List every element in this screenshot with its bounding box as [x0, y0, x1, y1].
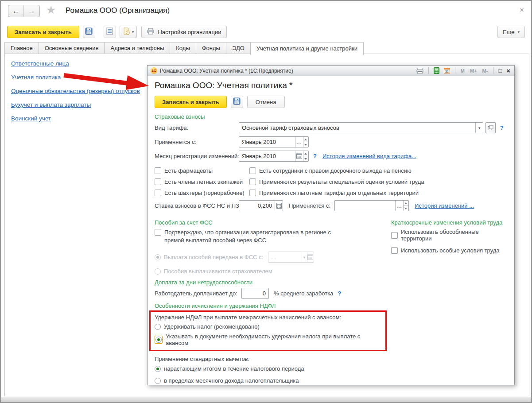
benefits-insurer-radio — [155, 268, 161, 275]
spinner — [303, 137, 308, 147]
confirm-direct-payment-checkbox[interactable] — [155, 229, 161, 236]
radio-label: Указывать в документе необходимость удер… — [166, 333, 382, 346]
confirm-direct-payment-row: Подтверждаю, что организация зарегистрир… — [155, 229, 391, 244]
calculator-icon[interactable] — [275, 201, 283, 211]
spin-up-button[interactable] — [303, 151, 308, 156]
dialog-save-and-close-button[interactable]: Записать и закрыть — [155, 96, 227, 108]
sidebar-link-military-records[interactable]: Воинский учет — [11, 115, 140, 123]
fss-history-link[interactable]: История изменений ... — [415, 202, 474, 209]
help-icon[interactable]: ? — [338, 290, 341, 297]
more-button[interactable]: Еще ▾ — [497, 26, 525, 38]
memory-m-minus-button[interactable]: M- — [481, 68, 489, 74]
dialog-titlebar: 1С Ромашка ООО: Учетная политика * (1С:П… — [148, 66, 514, 76]
checkbox-label: Использовать обособленные территории — [401, 229, 507, 242]
checkbox-label: Применяются льготные тарифы для отдельны… — [259, 190, 419, 196]
tab-funds[interactable]: Фонды — [196, 42, 226, 54]
calculator-button[interactable] — [433, 67, 440, 74]
sick-pay-input[interactable] — [242, 288, 268, 298]
save-button[interactable] — [83, 26, 95, 38]
back-button[interactable]: ← — [8, 5, 24, 17]
save-and-close-button[interactable]: Записать и закрыть — [7, 26, 79, 38]
cancel-button[interactable]: Отмена — [247, 96, 285, 108]
monthly-income-radio[interactable] — [155, 378, 161, 384]
sidebar-link-responsible-persons[interactable]: Ответственные лица — [11, 60, 140, 68]
forward-icon: → — [28, 7, 35, 15]
cumulative-radio-row: нарастающим итогом в течение налогового … — [155, 365, 507, 372]
checkbox-row-flight-crews: Есть члены летных экипажей — [155, 178, 249, 185]
document-history-button[interactable]: ▾ — [120, 26, 137, 38]
spin-down-button[interactable] — [404, 206, 408, 211]
sidebar-link-payroll-accounting[interactable]: Бухучет и выплата зарплаты — [11, 101, 140, 109]
tab-edo[interactable]: ЭДО — [226, 42, 250, 54]
org-settings-button[interactable]: Настройки организации — [141, 26, 227, 38]
favorite-star-icon[interactable]: ★ — [46, 4, 56, 16]
separate-territories-row: Использовать обособленные территории — [391, 229, 507, 242]
fss-rate-input[interactable] — [239, 201, 275, 211]
ellipsis-button[interactable]: ... — [295, 137, 303, 147]
benefits-fss-radio — [155, 254, 161, 260]
calendar-button[interactable]: 31 — [443, 67, 451, 74]
help-icon[interactable]: ? — [500, 124, 504, 131]
spin-down-button[interactable] — [303, 156, 308, 161]
highlight-red-box: Удержание НДФЛ при выплате межрасчетных … — [149, 310, 387, 351]
checkbox-label: Есть члены летных экипажей — [164, 178, 243, 185]
maximize-button[interactable]: □ — [497, 67, 503, 74]
special-conditions-row: Использовать особые условия труда — [391, 247, 507, 254]
specify-in-document-radio[interactable] — [155, 337, 162, 343]
work-conditions-assessment-checkbox[interactable] — [249, 178, 256, 185]
registration-month-label: Месяц регистрации изменений: — [155, 153, 239, 159]
app-window: ← → ★ Ромашка ООО (Организация) × Записа… — [0, 0, 532, 403]
flight-crews-checkbox[interactable] — [155, 178, 161, 185]
pharmacists-checkbox[interactable] — [155, 167, 161, 174]
benefits-insurer-radio-row: Пособия выплачиваются страхователем — [155, 268, 391, 275]
ellipsis-button[interactable]: ... — [395, 201, 403, 211]
spin-down-button[interactable] — [303, 142, 308, 147]
annotation-arrow — [61, 70, 152, 93]
tab-basic-info[interactable]: Основные сведения — [39, 42, 105, 54]
registration-month-input[interactable] — [239, 151, 295, 161]
list-icon — [106, 27, 113, 36]
print-button[interactable] — [416, 68, 424, 74]
radio-label: в пределах месячного дохода налогоплател… — [164, 377, 299, 384]
fss-applies-input[interactable] — [335, 201, 395, 211]
fss-applies-label: Применяется с: — [289, 202, 330, 209]
benefits-fss-date-input — [268, 252, 301, 262]
section-sick-pay-title: Доплата за дни нетрудоспособности — [155, 279, 507, 286]
withhold-tax-radio[interactable] — [155, 324, 161, 330]
memory-m-button[interactable]: M — [459, 68, 466, 74]
command-bar: Записать и закрыть ▾ Настройки организац… — [7, 25, 525, 39]
spin-up-button[interactable] — [303, 137, 308, 142]
tariff-type-input[interactable] — [239, 123, 475, 133]
early-retirement-checkbox[interactable] — [249, 167, 256, 174]
registration-month-field — [239, 151, 309, 162]
forward-button[interactable]: → — [24, 5, 39, 17]
preferential-tariffs-checkbox[interactable] — [249, 190, 256, 196]
dialog-close-button[interactable]: × — [505, 67, 511, 74]
miners-checkbox[interactable] — [155, 190, 161, 196]
section-insurance-title: Страховые взносы — [155, 113, 507, 120]
radio-label: Выплата пособий передана в ФСС с: — [164, 254, 263, 260]
tariff-history-link[interactable]: История изменений вида тарифа... — [322, 153, 416, 159]
applies-from-input[interactable] — [239, 137, 295, 147]
calendar-icon[interactable] — [295, 151, 303, 161]
tab-addresses[interactable]: Адреса и телефоны — [104, 42, 170, 54]
tab-accounting-policy[interactable]: Учетная политика и другие настройки — [250, 42, 364, 55]
help-icon[interactable]: ? — [313, 153, 317, 159]
memory-m-plus-button[interactable]: M+ — [469, 68, 478, 74]
registration-month-row: Месяц регистрации изменений: ? История и… — [155, 151, 507, 162]
cumulative-total-radio[interactable] — [155, 366, 161, 372]
special-conditions-checkbox[interactable] — [391, 247, 398, 254]
tab-codes[interactable]: Коды — [170, 42, 195, 54]
section-ndfl-title: Особенности исчисления и удержания НДФЛ — [155, 302, 507, 309]
fss-rate-label: Ставка взносов в ФСС НС и ПЗ: — [155, 202, 239, 209]
open-choice-form-button[interactable] — [485, 122, 496, 133]
close-icon[interactable]: × — [520, 6, 524, 15]
tab-main[interactable]: Главное — [4, 42, 39, 54]
page-title: Ромашка ООО (Организация) — [66, 6, 170, 15]
spin-up-button[interactable] — [404, 201, 408, 206]
chevron-down-icon[interactable]: ▾ — [475, 123, 483, 133]
separate-territories-checkbox[interactable] — [391, 232, 398, 239]
dialog-save-button[interactable] — [231, 96, 243, 108]
checkbox-row-pharmacists: Есть фармацевты — [155, 167, 249, 174]
show-list-button[interactable] — [104, 26, 116, 38]
